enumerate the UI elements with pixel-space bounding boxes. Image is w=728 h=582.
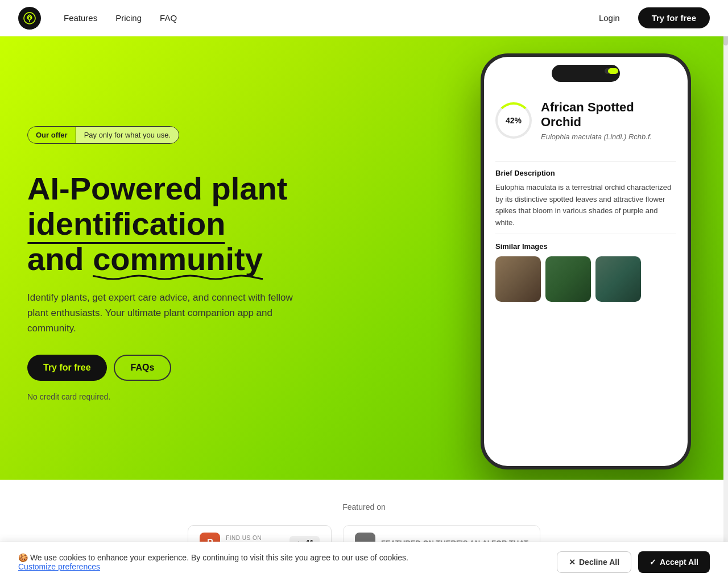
- brief-description-label: Brief Description: [495, 169, 676, 177]
- plant-latin-name: Eulophia maculata (Lindl.) Rchb.f.: [541, 132, 676, 141]
- hero-title-identification: identification: [27, 206, 225, 242]
- accept-label: Accept All: [660, 558, 698, 567]
- divider-2: [495, 234, 676, 234]
- faqs-button[interactable]: FAQs: [114, 355, 172, 381]
- navbar: Features Pricing FAQ Login Try for free: [0, 0, 728, 36]
- accept-all-button[interactable]: ✓ Accept All: [638, 551, 710, 573]
- try-free-button-hero[interactable]: Try for free: [27, 355, 107, 381]
- plant-result-header: 42% African Spotted Orchid Eulophia macu…: [495, 91, 676, 150]
- offer-badge: Our offer Pay only for what you use.: [27, 126, 179, 144]
- cookie-banner: 🍪 We use cookies to enhance your experie…: [0, 542, 728, 582]
- cookie-message-text: 🍪 We use cookies to enhance your experie…: [18, 553, 408, 562]
- offer-badge-right: Pay only for what you use.: [76, 127, 179, 143]
- product-hunt-find: FIND US ON: [226, 535, 283, 541]
- phone-frame: 42% African Spotted Orchid Eulophia macu…: [481, 53, 691, 469]
- similar-images-label: Similar Images: [495, 242, 676, 251]
- confidence-circle: 42%: [495, 102, 532, 139]
- hero-title-and: and: [27, 241, 93, 277]
- similar-image-3: [595, 256, 641, 302]
- login-button[interactable]: Login: [590, 9, 629, 27]
- similar-images-row: [495, 256, 676, 302]
- hero-subtitle: Identify plants, get expert care advice,…: [27, 290, 312, 336]
- hero-title-community: community: [93, 242, 263, 277]
- phone-content: 42% African Spotted Orchid Eulophia macu…: [484, 57, 688, 466]
- accept-check-icon: ✓: [650, 558, 656, 567]
- decline-label: Decline All: [579, 558, 619, 567]
- hero-buttons: Try for free FAQs: [27, 355, 323, 381]
- hero-title-part1: AI-Powered plant: [27, 171, 287, 206]
- plant-description: Eulophia maculata is a terrestrial orchi…: [495, 182, 676, 229]
- nav-right: Login Try for free: [590, 7, 710, 28]
- logo[interactable]: [18, 7, 41, 30]
- phone-indicator: [608, 68, 618, 74]
- phone-mockup: 42% African Spotted Orchid Eulophia macu…: [466, 53, 705, 480]
- cookie-message: 🍪 We use cookies to enhance your experie…: [18, 553, 408, 571]
- confidence-value: 42%: [506, 116, 522, 125]
- similar-image-1: [495, 256, 541, 302]
- nav-features[interactable]: Features: [64, 13, 97, 23]
- nav-faq[interactable]: FAQ: [160, 13, 177, 23]
- nav-pricing[interactable]: Pricing: [115, 13, 142, 23]
- cookie-buttons: ✕ Decline All ✓ Accept All: [557, 551, 710, 573]
- nav-links: Features Pricing FAQ: [64, 13, 177, 23]
- offer-badge-left: Our offer: [28, 127, 76, 143]
- hero-content: Our offer Pay only for what you use. AI-…: [0, 36, 341, 480]
- similar-image-2: [545, 256, 591, 302]
- hero-title: AI-Powered plant identification and comm…: [27, 171, 323, 276]
- hero-section: Our offer Pay only for what you use. AI-…: [0, 36, 728, 480]
- decline-all-button[interactable]: ✕ Decline All: [557, 551, 631, 573]
- no-credit-text: No credit card required.: [27, 392, 323, 401]
- decline-x-icon: ✕: [569, 558, 576, 567]
- divider-1: [495, 161, 676, 162]
- nav-left: Features Pricing FAQ: [18, 7, 177, 30]
- try-free-button-nav[interactable]: Try for free: [638, 7, 710, 28]
- plant-name-block: African Spotted Orchid Eulophia maculata…: [541, 100, 676, 141]
- featured-label: Featured on: [18, 502, 710, 512]
- scrollbar-track: [723, 0, 728, 582]
- plant-common-name: African Spotted Orchid: [541, 100, 676, 130]
- customize-preferences-link[interactable]: Customize preferences: [18, 562, 100, 571]
